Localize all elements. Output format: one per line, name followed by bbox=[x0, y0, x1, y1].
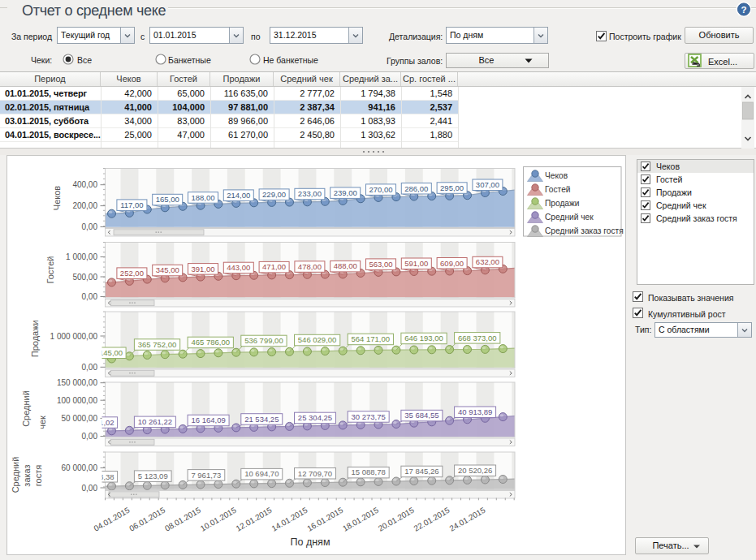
svg-text:По дням: По дням bbox=[291, 536, 330, 548]
svg-text:478,00: 478,00 bbox=[298, 262, 322, 271]
svg-text:40 913,89: 40 913,89 bbox=[458, 407, 492, 416]
svg-text:гостя: гостя bbox=[33, 465, 43, 486]
svg-text:35 684,55: 35 684,55 bbox=[404, 411, 438, 420]
svg-text:0,00: 0,00 bbox=[82, 222, 98, 231]
svg-text:471,00: 471,00 bbox=[262, 262, 286, 271]
svg-text:15 088,78: 15 088,78 bbox=[352, 467, 386, 476]
svg-text:Продажи: Продажи bbox=[30, 320, 40, 357]
svg-text:646 193,00: 646 193,00 bbox=[404, 334, 443, 342]
svg-text:08.01.2015: 08.01.2015 bbox=[163, 505, 202, 532]
svg-text:117,00: 117,00 bbox=[120, 200, 143, 209]
svg-text:0,00: 0,00 bbox=[82, 363, 98, 372]
svg-text:14.01.2015: 14.01.2015 bbox=[270, 505, 309, 532]
svg-text:229,00: 229,00 bbox=[262, 190, 286, 199]
svg-text:10 261,22: 10 261,22 bbox=[138, 417, 172, 426]
svg-text:10.01.2015: 10.01.2015 bbox=[199, 505, 238, 532]
svg-text:252,00: 252,00 bbox=[120, 269, 144, 278]
svg-text:12 709,70: 12 709,70 bbox=[298, 469, 332, 478]
svg-text:632,00: 632,00 bbox=[476, 257, 499, 266]
svg-text:50 000,00: 50 000,00 bbox=[62, 414, 98, 423]
svg-text:214,00: 214,00 bbox=[227, 191, 250, 200]
svg-text:заказ: заказ bbox=[22, 464, 32, 486]
svg-text:165,00: 165,00 bbox=[156, 195, 179, 204]
svg-text:06.01.2015: 06.01.2015 bbox=[127, 505, 166, 532]
svg-text:391,00: 391,00 bbox=[191, 265, 214, 274]
svg-text:17 845,26: 17 845,26 bbox=[404, 467, 438, 476]
svg-text:Продажи: Продажи bbox=[545, 199, 580, 208]
svg-text:563,00: 563,00 bbox=[369, 260, 392, 269]
svg-text:345,00: 345,00 bbox=[156, 265, 179, 274]
svg-text:609,00: 609,00 bbox=[440, 259, 464, 268]
svg-text:5 123,09: 5 123,09 bbox=[138, 472, 168, 480]
svg-text:Чеков: Чеков bbox=[545, 171, 568, 180]
svg-text:443,00: 443,00 bbox=[227, 263, 250, 272]
svg-text:10 694,70: 10 694,70 bbox=[244, 469, 279, 478]
svg-text:295,00: 295,00 bbox=[440, 183, 464, 192]
svg-text:668 373,00: 668 373,00 bbox=[458, 334, 497, 342]
svg-text:546 029,00: 546 029,00 bbox=[298, 335, 337, 344]
svg-text:Средний заказ гостя: Средний заказ гостя bbox=[545, 226, 624, 235]
svg-text:Средний: Средний bbox=[21, 390, 31, 427]
svg-text:150 000,00: 150 000,00 bbox=[57, 378, 97, 387]
svg-text:21 534,25: 21 534,25 bbox=[244, 415, 279, 424]
svg-text:200,00: 200,00 bbox=[72, 201, 97, 210]
svg-text:16.01.2015: 16.01.2015 bbox=[305, 505, 344, 532]
svg-text:564 171,00: 564 171,00 bbox=[352, 334, 391, 343]
svg-text:Средний чек: Средний чек bbox=[545, 213, 594, 222]
svg-text:465 786,00: 465 786,00 bbox=[191, 338, 230, 347]
svg-text:0,00: 0,00 bbox=[82, 292, 98, 301]
svg-text:1 000 000,00: 1 000 000,00 bbox=[50, 332, 98, 341]
svg-text:Средний: Средний bbox=[11, 457, 20, 493]
svg-text:24.01.2015: 24.01.2015 bbox=[447, 505, 486, 532]
svg-text:22.01.2015: 22.01.2015 bbox=[413, 505, 451, 532]
svg-text:270,00: 270,00 bbox=[369, 185, 392, 194]
svg-text:175 145,00: 175 145,00 bbox=[84, 348, 123, 357]
svg-text:536 799,00: 536 799,00 bbox=[244, 336, 283, 345]
svg-text:239,00: 239,00 bbox=[334, 188, 357, 197]
svg-text:Гостей: Гостей bbox=[545, 185, 571, 194]
svg-text:307,00: 307,00 bbox=[476, 180, 499, 189]
svg-text:?: ? bbox=[741, 5, 746, 15]
svg-text:365 752,00: 365 752,00 bbox=[138, 340, 177, 349]
svg-text:233,00: 233,00 bbox=[298, 189, 322, 198]
svg-text:30 273,75: 30 273,75 bbox=[352, 412, 386, 421]
svg-text:100 000,00: 100 000,00 bbox=[57, 396, 97, 405]
svg-text:488,00: 488,00 bbox=[334, 261, 357, 270]
svg-text:60 000,00: 60 000,00 bbox=[62, 463, 98, 472]
svg-text:286,00: 286,00 bbox=[404, 184, 428, 193]
svg-text:188,00: 188,00 bbox=[191, 193, 214, 202]
svg-text:12.01.2015: 12.01.2015 bbox=[235, 505, 274, 532]
svg-text:0,00: 0,00 bbox=[82, 432, 98, 441]
svg-text:500,00: 500,00 bbox=[72, 273, 97, 282]
svg-text:0,00: 0,00 bbox=[82, 484, 98, 493]
svg-text:25 304,25: 25 304,25 bbox=[298, 413, 332, 422]
svg-text:20 520,26: 20 520,26 bbox=[458, 466, 492, 475]
svg-text:18.01.2015: 18.01.2015 bbox=[341, 505, 380, 532]
svg-text:20.01.2015: 20.01.2015 bbox=[377, 505, 416, 532]
svg-text:2 338,38: 2 338,38 bbox=[84, 472, 114, 481]
svg-text:Чеков: Чеков bbox=[52, 186, 62, 211]
svg-text:04.01.2015: 04.01.2015 bbox=[92, 505, 131, 532]
svg-text:чек: чек bbox=[37, 416, 47, 429]
svg-text:Гостей: Гостей bbox=[45, 256, 55, 283]
svg-text:400,00: 400,00 bbox=[72, 180, 97, 189]
svg-text:16 164,09: 16 164,09 bbox=[191, 416, 225, 424]
svg-text:1 000,00: 1 000,00 bbox=[66, 252, 97, 261]
svg-text:7 961,73: 7 961,73 bbox=[191, 471, 221, 480]
svg-text:591,00: 591,00 bbox=[404, 259, 428, 268]
